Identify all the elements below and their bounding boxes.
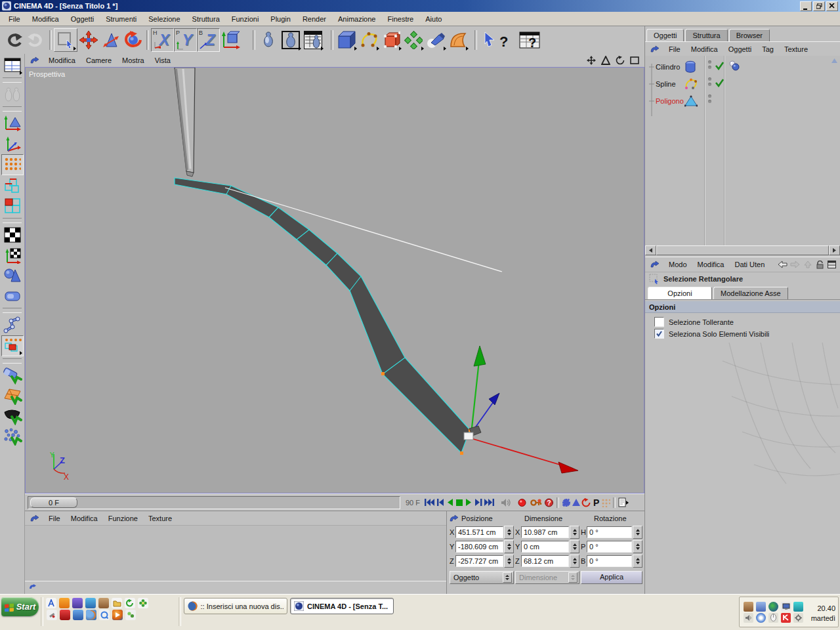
visibility-dots[interactable] (708, 94, 711, 103)
scroll-thumb[interactable] (656, 245, 829, 255)
position-y-input[interactable]: -180.609 cm (455, 541, 503, 553)
tray-clock[interactable]: 20.40 (805, 604, 835, 614)
camera-mode-icon[interactable] (2, 286, 23, 306)
om-menu-texture[interactable]: Texture (779, 45, 813, 54)
record-parameter-toggle[interactable]: P (592, 497, 600, 508)
object-axis-mode-icon[interactable] (2, 134, 23, 154)
next-frame-button[interactable] (474, 498, 483, 507)
panel-mode-icon[interactable] (828, 261, 836, 268)
tray-mouse-icon[interactable] (768, 613, 778, 623)
viewport-canvas[interactable]: Y Z X Prospettiva (25, 67, 644, 494)
menu-render[interactable]: Render (297, 14, 332, 24)
render-view-button[interactable] (257, 29, 280, 51)
keyframe-key-button[interactable] (530, 498, 542, 507)
render-settings-button[interactable] (302, 29, 324, 51)
context-help-button[interactable]: ? (479, 29, 517, 51)
viewport-menu-camere[interactable]: Camere (81, 56, 117, 65)
add-array-object-button[interactable] (402, 29, 425, 51)
enable-check-icon[interactable] (715, 61, 724, 70)
ql-blue-robot-icon[interactable] (85, 598, 96, 608)
rotation-p-input[interactable]: 0 ° (587, 541, 632, 553)
add-spline-button[interactable] (358, 29, 380, 51)
record-scale-toggle[interactable] (572, 498, 581, 507)
coordinate-system-button[interactable] (220, 29, 242, 51)
size-x-input[interactable]: 10.987 cm (521, 526, 569, 538)
rotation-h-input[interactable]: 0 ° (587, 526, 632, 538)
panel-icon[interactable] (30, 514, 39, 522)
edges-mode-icon[interactable] (2, 176, 23, 196)
materials-menu-funzione[interactable]: Funzione (103, 514, 143, 523)
size-z-input[interactable]: 68.12 cm (521, 555, 569, 567)
tray-day[interactable]: martedì (805, 614, 835, 623)
panel-icon[interactable] (29, 583, 37, 590)
close-button[interactable] (826, 1, 838, 11)
lock-y-axis-button[interactable]: P Y (174, 28, 197, 52)
rotation-p-stepper[interactable] (633, 540, 642, 553)
cylinder-object-icon[interactable] (684, 60, 696, 74)
scroll-right-button[interactable] (829, 245, 840, 255)
om-menu-tag[interactable]: Tag (757, 45, 779, 54)
ql-green-paws-icon[interactable] (125, 610, 136, 620)
task-button-firefox[interactable]: :: Inserisci una nuova dis... (184, 598, 287, 614)
object-name[interactable]: Cilindro (656, 63, 684, 71)
kinematics-mode-icon[interactable] (2, 315, 23, 335)
materials-menu-modifica[interactable]: Modifica (66, 514, 103, 523)
tray-disc-icon[interactable] (756, 613, 766, 623)
stop-button[interactable] (455, 498, 464, 507)
ql-green-recycle-icon[interactable] (125, 598, 135, 608)
play-button[interactable] (465, 498, 473, 507)
object-row-cilindro[interactable]: Cilindro (645, 58, 840, 75)
om-horizontal-scrollbar[interactable] (645, 245, 840, 255)
visibility-dots[interactable] (708, 60, 711, 69)
menu-strumenti[interactable]: Strumenti (100, 14, 142, 24)
auto-switch-mode-icon[interactable] (1, 335, 24, 356)
goto-start-button[interactable] (424, 498, 435, 507)
ql-firefox-icon[interactable] (86, 610, 96, 620)
tray-donkey-icon[interactable] (744, 602, 753, 612)
document-flyout-button[interactable] (618, 497, 629, 507)
phong-tag-icon[interactable] (728, 60, 741, 72)
am-menu-modifica[interactable]: Modifica (692, 260, 730, 269)
menu-modifica[interactable]: Modifica (26, 14, 65, 24)
menu-struttura[interactable]: Struttura (186, 14, 226, 24)
snap-toggle-icon[interactable] (2, 366, 23, 385)
rotate-tool-button[interactable] (122, 29, 144, 51)
ql-orange-cat-icon[interactable] (59, 598, 70, 608)
position-x-stepper[interactable] (504, 526, 514, 539)
tray-b-icon[interactable] (768, 602, 778, 612)
make-editable-icon[interactable] (2, 85, 23, 104)
tab-opzioni[interactable]: Opzioni (648, 287, 712, 300)
position-y-stepper[interactable] (504, 540, 514, 553)
ql-folder-icon[interactable] (112, 598, 122, 608)
tab-struttura[interactable]: Struttura (685, 29, 727, 42)
menu-funzioni[interactable]: Funzioni (226, 14, 265, 24)
object-row-poligono[interactable]: Poligono (645, 93, 840, 110)
ql-satellite-icon[interactable] (47, 610, 57, 620)
size-z-stepper[interactable] (570, 555, 579, 568)
add-cube-object-button[interactable] (335, 29, 358, 51)
record-button[interactable] (517, 498, 527, 507)
timeline-track[interactable]: 0 F (28, 496, 400, 509)
tray-u-icon[interactable] (793, 602, 803, 612)
autokey-help-button[interactable]: ? (544, 498, 554, 507)
object-row-spline[interactable]: Spline (645, 75, 840, 93)
coordinate-system-dropdown[interactable]: Oggetto (450, 571, 514, 584)
play-backward-button[interactable] (446, 498, 454, 507)
record-pla-toggle[interactable] (601, 498, 610, 507)
restore-button[interactable] (813, 1, 825, 11)
menu-selezione[interactable]: Selezione (142, 14, 186, 24)
spline-object-icon[interactable] (684, 77, 698, 91)
tray-antivirus-icon[interactable] (781, 613, 791, 623)
tray-settings-icon[interactable] (793, 613, 803, 623)
menu-file[interactable]: File (3, 14, 26, 24)
size-y-stepper[interactable] (570, 540, 579, 553)
position-x-input[interactable]: 451.571 cm (455, 526, 503, 538)
tolerant-selection-checkbox[interactable] (654, 317, 664, 327)
lock-icon[interactable] (816, 261, 824, 269)
undo-button[interactable] (3, 29, 25, 51)
menu-plugin[interactable]: Plugin (264, 14, 297, 24)
size-x-stepper[interactable] (570, 526, 579, 539)
tab-oggetti[interactable]: Oggetti (646, 29, 684, 42)
scroll-left-button[interactable] (645, 245, 656, 255)
previous-frame-button[interactable] (436, 498, 445, 507)
